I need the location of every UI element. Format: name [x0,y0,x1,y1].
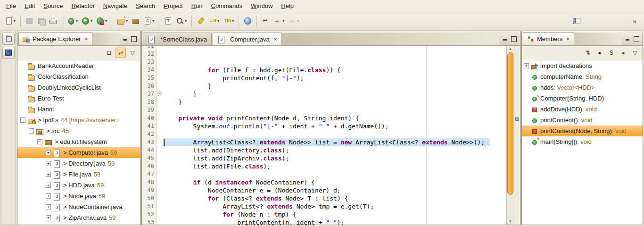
new-java-project-button[interactable]: ▾ [115,15,130,28]
editor-tab-computer-java[interactable]: Computer.java✕ [213,33,282,45]
search-button[interactable]: ▾ [174,15,189,28]
dropdown-arrow-icon[interactable]: ▾ [232,19,234,23]
last-edit-location-button[interactable] [260,15,272,28]
open-perspective-button[interactable] [571,15,583,28]
minimize-view-icon[interactable] [625,37,630,41]
menu-item-commands[interactable]: Commands [207,1,247,11]
menu-item-file[interactable]: File [2,1,20,11]
member-computername[interactable]: +computerName : String [522,71,643,82]
open-web-browser-button[interactable] [242,15,254,28]
new-wizard-button[interactable]: ▾ [3,15,17,28]
overview-ruler[interactable] [514,46,520,225]
open-type-button[interactable] [162,15,174,28]
package-explorer-view-tab[interactable]: Package Explorer ✕ [18,32,92,45]
code-line-37[interactable]: private void printContent(Node d, String… [164,114,506,122]
sort-button[interactable]: ⇅ [583,48,593,58]
expand-plus-icon[interactable]: + [46,183,51,188]
code-line-45[interactable]: if (d instanceof NodeContainer) { [164,178,506,186]
tree-item-file-java[interactable]: +> File.java59 [17,169,140,180]
view-menu-button[interactable]: ▽ [630,48,640,58]
debug-button[interactable]: ▾ [65,15,80,28]
hide-static-members-button[interactable]: S [606,48,617,58]
expand-plus-icon[interactable]: + [46,193,51,199]
close-view-icon[interactable]: ✕ [566,36,570,42]
dropdown-arrow-icon[interactable]: ▾ [105,19,107,23]
hide-fields-button[interactable]: ● [594,48,605,58]
tree-item-bankaccountreader[interactable]: +BankAccountReader [17,60,140,71]
dropdown-arrow-icon[interactable]: ▾ [76,19,78,23]
scroll-up-icon[interactable]: ▲ [507,47,514,51]
dropdown-arrow-icon[interactable]: ▾ [91,19,92,23]
member-hdds[interactable]: +hdds : Vector<HDD> [522,82,643,93]
member-printcontent[interactable]: +printContent() : void [522,115,643,126]
menu-item-run[interactable]: Run [187,1,207,11]
code-line-40[interactable]: ArrayList<Class<? extends Node>> list = … [164,138,506,146]
menu-item-project[interactable]: Project [159,1,187,11]
expand-plus-icon[interactable]: + [46,150,51,155]
code-line-39[interactable] [164,130,506,138]
menu-item-window[interactable]: Window [247,1,277,11]
link-with-editor-button[interactable]: ⇄ [116,48,126,58]
next-annotation-button[interactable]: ▾ [206,15,221,28]
tree-item-doublylinkedcycliclist[interactable]: +DoublyLinkedCyclicList [17,82,140,93]
dropdown-arrow-icon[interactable]: ▾ [282,19,284,23]
code-line-49[interactable]: for (Node n : tmp) { [164,210,506,218]
fold-collapse-icon[interactable]: − [157,92,162,96]
maximize-view-icon[interactable] [634,36,639,42]
menu-item-help[interactable]: Help [277,1,298,11]
code-line-34[interactable]: } [164,90,506,98]
code-line-42[interactable]: list.add(ZipArchiv.class); [164,154,506,162]
dropdown-arrow-icon[interactable]: ▾ [152,19,154,23]
tree-item-computer-java[interactable]: +> Computer.java59 [17,147,140,158]
close-view-icon[interactable]: ✕ [84,36,88,42]
member-import-declarations[interactable]: +import declarations [522,60,643,71]
code-line-48[interactable]: ArrayList<? extends Node> tmp = e.get(T)… [164,202,506,210]
view-menu-button[interactable]: ▽ [127,48,138,58]
code-line-35[interactable]: } [164,98,506,106]
tree-item-ipdfs[interactable]: −> IpdFs44 [https://svnserver.i [17,115,140,126]
scrollbar-thumb[interactable] [507,52,513,195]
menu-item-search[interactable]: Search [132,1,159,11]
expand-plus-icon[interactable]: + [46,204,51,209]
members-view-tab[interactable]: Members ✕ [523,32,574,45]
code-line-47[interactable]: for (Class<? extends Node> T : list) { [164,194,506,202]
minimize-view-icon[interactable] [123,37,127,41]
tree-item-hanoi[interactable]: +Hanoi [17,104,140,115]
editor-tab-someclass-java[interactable]: *SomeClass.java [143,33,212,45]
occurrence-marker[interactable] [515,117,519,121]
run-external-tools-button[interactable]: ▾ [94,15,109,28]
member-printcontent-node-string[interactable]: +printContent(Node, String) : void [522,126,643,136]
new-class-button[interactable]: ▾ [141,15,156,28]
collapse-minus-icon[interactable]: − [29,128,34,134]
code-line-43[interactable]: list.add(File.class); [164,162,506,170]
minimize-view-icon[interactable] [503,37,507,41]
tree-item-hdd-java[interactable]: +> HDD.java59 [17,180,140,191]
code-line-36[interactable] [164,106,506,114]
mark-occurrences-button[interactable] [195,15,206,28]
print-button[interactable] [47,15,59,28]
hide-non-public-members-button[interactable]: ● [618,48,628,58]
menu-item-navigate[interactable]: Navigate [99,1,132,11]
tree-item-colorclassification[interactable]: +ColorClassification [17,71,140,82]
maximize-view-icon[interactable] [511,36,517,42]
tree-item-edu-kit-filesystem[interactable]: −> edu.kit.filesystem [17,136,140,147]
tree-item-ziparchiv-java[interactable]: +> ZipArchiv.java59 [17,212,140,223]
code-line-32[interactable]: printContent(f, "|-"); [164,74,506,82]
member-main-string[interactable]: +smain(String[]) : void [522,136,643,147]
tree-item-directory-java[interactable]: +> Directory.java59 [17,158,140,169]
editor-vertical-scrollbar[interactable]: ▲ ▼ [506,46,514,225]
member-computer-string-hdd[interactable]: +cComputer(String, HDD) [522,93,643,104]
fast-view-button-2[interactable] [2,47,15,59]
save-button[interactable] [24,15,35,28]
menu-item-refactor[interactable]: Refactor [67,1,99,11]
member-adddrive-hdd[interactable]: +addDrive(HDD) : void [522,104,643,115]
dropdown-arrow-icon[interactable]: ▾ [14,19,16,23]
code-line-50[interactable]: printContent(n, ident + "-"); [164,218,506,225]
dropdown-arrow-icon[interactable]: ▾ [297,19,299,23]
code-line-46[interactable]: NodeContainer e = (NodeContainer) d; [164,186,506,194]
dropdown-arrow-icon[interactable]: ▾ [217,19,219,23]
previous-annotation-button[interactable]: ▾ [221,15,236,28]
dropdown-arrow-icon[interactable]: ▾ [185,19,187,23]
save-all-button[interactable] [35,15,47,28]
code-line-33[interactable]: } [164,82,506,90]
